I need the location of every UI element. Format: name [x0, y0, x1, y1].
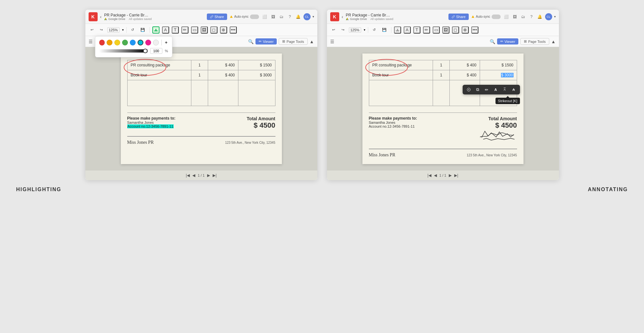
zoom-dropdown-right[interactable]: ▾ — [364, 28, 365, 32]
rect-tool-right[interactable]: ▭ — [433, 26, 440, 34]
share-btn-right[interactable]: Share — [448, 14, 469, 20]
pag-prev-left[interactable]: ◀ — [192, 173, 195, 178]
pag-first-left[interactable]: |◀ — [186, 173, 190, 178]
qty-cell-3-right — [433, 80, 449, 106]
qty-cell-2-left: 1 — [191, 70, 208, 80]
save-left[interactable]: 💾 — [139, 27, 147, 33]
highlight-tool-left[interactable] — [152, 26, 159, 34]
pag-next-left[interactable]: ▶ — [207, 173, 210, 178]
eyedropper-btn[interactable]: ✦ — [164, 40, 168, 45]
pag-page-right: 1 / 1 — [439, 173, 446, 177]
refresh-left[interactable]: ↺ — [129, 27, 136, 33]
zoom-right[interactable]: 125% — [349, 27, 361, 33]
payment-account-left: Account no.12-3456-7891-11 — [127, 124, 176, 128]
search-btn-left[interactable]: 🔍 — [248, 39, 254, 44]
avatar-left[interactable]: CL — [303, 13, 311, 20]
icon-img-right[interactable]: 🖼 — [512, 14, 518, 20]
stamp-tool-left[interactable]: ⊕ — [220, 26, 227, 34]
icon-img2-left[interactable]: 🗂 — [278, 14, 285, 20]
swatch-red[interactable] — [99, 40, 105, 45]
text-tool-right[interactable]: A — [404, 26, 411, 34]
icon-img-left[interactable]: 🖼 — [270, 14, 276, 20]
avatar-dropdown-right[interactable]: ▾ — [554, 15, 556, 18]
swatch-pink[interactable] — [145, 40, 151, 45]
stamp-tool-right[interactable]: ⊕ — [462, 26, 469, 34]
sidebar-toggle-right[interactable]: ☰ — [330, 39, 334, 44]
image-tool-right[interactable]: 🖼 — [442, 26, 449, 34]
highlighting-label: HIGHLIGHTING — [16, 187, 61, 192]
undo-right[interactable]: ↩ — [330, 27, 337, 33]
collapse-btn-left[interactable]: ▲ — [310, 39, 314, 44]
pagetools-btn-left[interactable]: ⊞ Page Tools — [279, 38, 307, 45]
search-btn-right[interactable]: 🔍 — [490, 39, 495, 44]
pag-prev-right[interactable]: ◀ — [434, 173, 437, 178]
icon-monitor-left[interactable]: ⬜ — [262, 14, 268, 20]
svg-marker-3 — [230, 15, 233, 18]
pag-last-right[interactable]: ▶| — [454, 173, 458, 178]
swatch-white[interactable] — [153, 40, 159, 45]
redo-right[interactable]: ↪ — [340, 27, 346, 33]
more-tools-left[interactable]: ••• — [230, 26, 237, 34]
pag-next-right[interactable]: ▶ — [449, 173, 452, 178]
viewer-btn-left[interactable]: ✏ Viewer — [255, 38, 277, 44]
icon-bell-right[interactable]: 🔔 — [537, 14, 543, 20]
icon-help-left[interactable]: ? — [287, 14, 293, 20]
swatch-yellow[interactable] — [114, 40, 120, 45]
qty-cell-1-right: 1 — [433, 60, 449, 70]
back-arrow-right[interactable]: ‹ — [342, 14, 343, 19]
rect-tool-left[interactable]: ▭ — [191, 26, 198, 34]
payment-left-right: Please make payments to: Samantha Jones … — [369, 116, 417, 128]
annot-delete-btn[interactable] — [465, 86, 472, 93]
more-tools-right[interactable]: ••• — [471, 26, 478, 34]
collapse-btn-right[interactable]: ▲ — [551, 39, 556, 44]
annot-edit-btn[interactable]: ✏ — [483, 86, 490, 93]
icon-monitor-right[interactable]: ⬜ — [503, 14, 510, 20]
highlight-tool-right[interactable] — [394, 26, 401, 34]
swatch-teal[interactable] — [138, 40, 143, 45]
share-btn-left[interactable]: Share — [207, 14, 227, 20]
save-right[interactable]: 💾 — [380, 27, 389, 33]
opacity-slider[interactable] — [99, 49, 148, 53]
pag-last-left[interactable]: ▶| — [213, 173, 216, 178]
icon-help-right[interactable]: ? — [528, 14, 535, 20]
avatar-right[interactable]: CL — [545, 13, 552, 20]
type-tool-right[interactable]: T — [413, 26, 420, 34]
color-swatches: ✦ — [99, 40, 168, 45]
item-cell-2-left: Book tour — [127, 70, 191, 80]
erase-tool-right[interactable]: ◻ — [452, 26, 459, 34]
autosync-toggle-left[interactable] — [250, 15, 259, 19]
swatch-green[interactable] — [122, 40, 128, 45]
swatch-orange[interactable] — [107, 40, 112, 45]
annot-strikeout-btn[interactable]: A — [510, 86, 517, 93]
invoice-table-left: PR consulting package 1 $ 400 $ 1500 — [127, 60, 275, 106]
opacity-input[interactable] — [150, 48, 162, 54]
image-tool-left[interactable]: 🖼 — [201, 26, 208, 34]
pen-tool-left[interactable]: ✏ — [181, 26, 188, 34]
avatar-dropdown-left[interactable]: ▾ — [312, 15, 314, 18]
pagetools-btn-right[interactable]: ⊞ Page Tools — [520, 38, 549, 45]
undo-left[interactable]: ↩ — [89, 27, 95, 33]
back-arrow-left[interactable]: ‹ — [100, 14, 102, 19]
redo-left[interactable]: ↪ — [98, 27, 105, 33]
pen-tool-right[interactable]: ✏ — [423, 26, 430, 34]
text-tool-left[interactable]: A — [162, 26, 169, 34]
type-tool-left[interactable]: T — [172, 26, 179, 34]
zoom-dropdown-left[interactable]: ▾ — [122, 28, 124, 32]
svg-marker-9 — [472, 15, 474, 18]
annot-copy-btn[interactable]: ⧉ — [474, 86, 481, 93]
opacity-thumb[interactable] — [143, 49, 148, 53]
swatch-blue[interactable] — [130, 40, 136, 45]
icon-img2-right[interactable]: 🗂 — [520, 14, 526, 20]
erase-tool-left[interactable]: ◻ — [210, 26, 217, 34]
sep2-right — [391, 27, 391, 33]
annot-font-btn[interactable]: A — [492, 86, 499, 93]
autosync-toggle-right[interactable] — [492, 15, 501, 19]
pag-first-right[interactable]: |◀ — [428, 173, 431, 178]
refresh-right[interactable]: ↺ — [371, 27, 378, 33]
zoom-left[interactable]: 125% — [107, 27, 120, 33]
viewer-btn-right[interactable]: ✏ Viewer — [497, 38, 518, 44]
annot-fontsize-btn[interactable]: A — [501, 86, 508, 93]
icon-bell-left[interactable]: 🔔 — [295, 14, 302, 20]
sidebar-toggle-left[interactable]: ☰ — [89, 39, 93, 44]
signature-right — [478, 128, 517, 142]
